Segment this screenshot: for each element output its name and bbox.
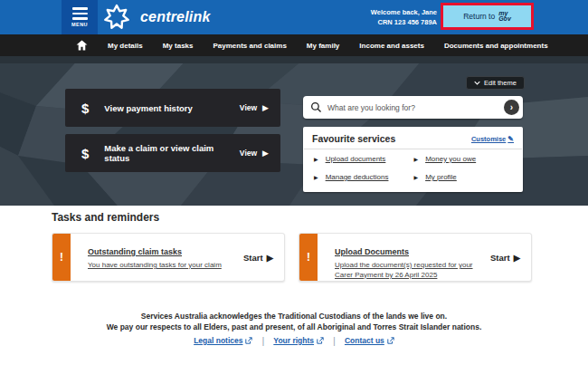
fav-link-upload-documents[interactable]: ▶ Upload documents xyxy=(314,155,414,163)
view-button-label: View xyxy=(240,149,257,158)
arrow-right-icon: ▶ xyxy=(414,156,419,162)
centrelink-star-icon xyxy=(103,4,130,31)
alert-exclamation-icon: ! xyxy=(299,234,318,281)
fav-link-manage-deductions[interactable]: ▶ Manage deductions xyxy=(314,173,414,181)
primary-nav: My details My tasks Payments and claims … xyxy=(0,34,588,56)
hamburger-icon xyxy=(72,7,88,19)
contact-us-link[interactable]: Contact us xyxy=(345,336,394,345)
acknowledgement-line2: We pay our respects to all Elders, past … xyxy=(0,322,588,332)
start-button[interactable]: Start ▶ xyxy=(243,253,273,263)
chevron-down-icon xyxy=(474,81,480,85)
footer-links: Legal notices | Your rights | Contact us xyxy=(0,335,588,346)
tasks-section-title: Tasks and reminders xyxy=(52,211,159,224)
arrow-right-icon: ▶ xyxy=(514,253,520,263)
return-to-label: Return to xyxy=(463,12,495,21)
centrelink-portal-page: MENU centrelink Welcome back, Jane CRN 1… xyxy=(0,0,588,365)
dollar-icon: $ xyxy=(81,101,89,116)
nav-item-documents-and-appointments[interactable]: Documents and appointments xyxy=(444,42,548,50)
task-title-link[interactable]: Outstanding claim tasks xyxy=(88,247,182,256)
mygov-logo: my Gov xyxy=(498,11,511,23)
customise-label: Customise xyxy=(471,135,506,143)
arrow-right-icon: ▶ xyxy=(414,174,419,180)
hero-banner: Edit theme $ View payment history View ▶… xyxy=(0,56,588,206)
nav-item-home[interactable] xyxy=(76,40,88,51)
fav-link-my-profile[interactable]: ▶ My profile xyxy=(414,173,515,181)
crn-number: CRN 123 456 789A xyxy=(371,17,437,27)
menu-button-label: MENU xyxy=(71,22,88,27)
start-button[interactable]: Start ▶ xyxy=(490,253,520,263)
task-description-link[interactable]: Upload the document(s) requested for you… xyxy=(335,261,487,280)
search-submit-button[interactable]: › xyxy=(504,100,519,115)
fav-link-money-you-owe[interactable]: ▶ Money you owe xyxy=(414,155,515,163)
your-rights-link[interactable]: Your rights xyxy=(273,336,324,345)
view-payment-history-card[interactable]: $ View payment history View ▶ xyxy=(65,89,280,127)
legal-notices-link[interactable]: Legal notices xyxy=(194,336,252,345)
search-input[interactable] xyxy=(327,103,504,112)
nav-item-my-family[interactable]: My family xyxy=(307,42,339,50)
arrow-right-icon: ▶ xyxy=(267,253,273,263)
home-icon xyxy=(76,40,88,51)
external-link-icon xyxy=(317,337,324,344)
annotation-highlight-box: Return to my Gov xyxy=(441,3,534,30)
brand-name: centrelink xyxy=(140,9,211,25)
app-header: MENU centrelink Welcome back, Jane CRN 1… xyxy=(0,0,588,34)
external-link-icon xyxy=(387,337,394,344)
task-body: Outstanding claim tasks You have outstan… xyxy=(71,234,243,281)
view-button-label: View xyxy=(240,103,257,112)
pencil-icon: ✎ xyxy=(507,135,514,143)
task-title-link[interactable]: Upload Documents xyxy=(335,247,409,256)
acknowledgement-text: Services Australia acknowledges the Trad… xyxy=(0,311,588,332)
external-link-icon xyxy=(245,337,252,344)
task-body: Upload Documents Upload the document(s) … xyxy=(318,234,490,281)
nav-item-my-tasks[interactable]: My tasks xyxy=(163,42,194,50)
divider: | xyxy=(333,335,336,346)
nav-item-payments-and-claims[interactable]: Payments and claims xyxy=(213,42,286,50)
favourite-services-panel: Favourite services Customise ✎ ▶ Upload … xyxy=(303,127,523,192)
task-description-link[interactable]: You have outstanding tasks for your clai… xyxy=(88,261,240,271)
favourite-services-header: Favourite services Customise ✎ xyxy=(303,127,523,149)
welcome-block: Welcome back, Jane CRN 123 456 789A xyxy=(371,7,437,27)
acknowledgement-line1: Services Australia acknowledges the Trad… xyxy=(0,311,588,322)
menu-button[interactable]: MENU xyxy=(62,0,98,34)
quick-card-label: Make a claim or view claim status xyxy=(104,143,240,163)
favourite-services-links: ▶ Upload documents ▶ Money you owe ▶ Man… xyxy=(303,149,523,181)
favourite-services-title: Favourite services xyxy=(312,133,395,144)
nav-item-my-details[interactable]: My details xyxy=(108,42,143,50)
alert-exclamation-icon: ! xyxy=(52,234,71,281)
return-to-mygov-button[interactable]: Return to my Gov xyxy=(443,5,531,27)
mygov-logo-bottom: Gov xyxy=(498,16,511,23)
search-icon xyxy=(310,101,322,113)
divider: | xyxy=(261,335,264,346)
customise-link[interactable]: Customise ✎ xyxy=(471,135,514,143)
task-card-upload-documents[interactable]: ! Upload Documents Upload the document(s… xyxy=(299,233,532,282)
nav-item-income-and-assets[interactable]: Income and assets xyxy=(359,42,424,50)
arrow-right-icon: ▶ xyxy=(314,174,318,180)
search-bar: › xyxy=(303,96,523,119)
quick-card-label: View payment history xyxy=(104,103,240,113)
task-card-outstanding-claim[interactable]: ! Outstanding claim tasks You have outst… xyxy=(52,233,285,282)
welcome-text: Welcome back, Jane xyxy=(371,7,437,17)
arrow-right-icon: ▶ xyxy=(262,149,269,158)
edit-theme-button[interactable]: Edit theme xyxy=(466,76,525,90)
dollar-icon: $ xyxy=(81,146,89,161)
edit-theme-label: Edit theme xyxy=(484,79,517,87)
arrow-right-icon: ▶ xyxy=(262,103,269,112)
make-claim-card[interactable]: $ Make a claim or view claim status View… xyxy=(65,134,280,172)
arrow-right-icon: ▶ xyxy=(314,156,318,162)
